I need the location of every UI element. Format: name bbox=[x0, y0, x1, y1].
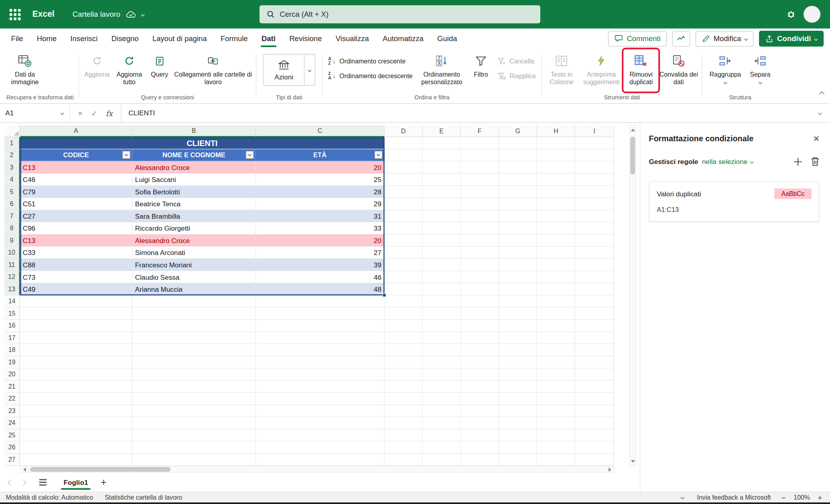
cell-I16[interactable] bbox=[575, 320, 614, 332]
cell-F8[interactable] bbox=[461, 222, 499, 235]
cell-B23[interactable] bbox=[133, 405, 256, 417]
cell-E8[interactable] bbox=[423, 222, 461, 235]
chart-sparkline-button[interactable] bbox=[672, 31, 690, 46]
cell-F23[interactable] bbox=[461, 405, 499, 417]
cell-I6[interactable] bbox=[575, 198, 614, 210]
cell-F26[interactable] bbox=[461, 442, 499, 454]
cell-E7[interactable] bbox=[423, 210, 461, 223]
cell-D22[interactable] bbox=[384, 393, 423, 405]
cell-E11[interactable] bbox=[423, 259, 461, 271]
column-header-D[interactable]: D bbox=[384, 125, 423, 137]
cell-E12[interactable] bbox=[423, 271, 461, 283]
cell-C21[interactable] bbox=[256, 381, 384, 393]
cell-D21[interactable] bbox=[384, 381, 423, 393]
cell-C23[interactable] bbox=[256, 405, 384, 417]
row-header-15[interactable]: 15 bbox=[4, 308, 20, 320]
cell-B17[interactable] bbox=[133, 332, 256, 344]
filter-button-ribbon[interactable]: Filtro bbox=[467, 50, 494, 91]
row-header-8[interactable]: 8 bbox=[4, 222, 20, 235]
cell-E4[interactable] bbox=[423, 174, 461, 186]
cell-E18[interactable] bbox=[423, 344, 461, 356]
cell-F20[interactable] bbox=[461, 368, 499, 381]
cell-H22[interactable] bbox=[537, 393, 575, 405]
cell-D19[interactable] bbox=[384, 356, 423, 369]
cell-E25[interactable] bbox=[423, 429, 461, 442]
cell-B26[interactable] bbox=[133, 442, 256, 454]
cell-G19[interactable] bbox=[499, 356, 537, 369]
cell-G1[interactable] bbox=[499, 137, 537, 150]
cell-H1[interactable] bbox=[537, 137, 575, 150]
cell-C16[interactable] bbox=[256, 320, 384, 332]
queries-button[interactable]: Query bbox=[146, 50, 172, 91]
cell-G2[interactable] bbox=[499, 149, 537, 162]
cell-D16[interactable] bbox=[384, 320, 423, 332]
cell-F15[interactable] bbox=[461, 308, 499, 320]
cell-C6[interactable]: 29 bbox=[256, 198, 384, 210]
cell-D7[interactable] bbox=[384, 210, 423, 223]
duplicate-values-rule-card[interactable]: Valori duplicati AaBbCc A1:C13 bbox=[649, 181, 819, 222]
filter-dropdown-button-A[interactable] bbox=[122, 151, 130, 159]
filter-dropdown-button-C[interactable] bbox=[374, 151, 382, 159]
formula-content[interactable]: CLIENTI bbox=[121, 109, 819, 117]
row-header-14[interactable]: 14 bbox=[4, 295, 20, 308]
row-header-12[interactable]: 12 bbox=[4, 271, 20, 283]
cell-G11[interactable] bbox=[499, 259, 537, 271]
tab-file[interactable]: File bbox=[4, 29, 30, 49]
cell-E5[interactable] bbox=[423, 186, 461, 198]
cell-I8[interactable] bbox=[575, 222, 614, 235]
row-header-18[interactable]: 18 bbox=[4, 344, 20, 356]
cell-F4[interactable] bbox=[461, 174, 499, 186]
column-header-A[interactable]: A bbox=[20, 125, 132, 137]
cell-A9[interactable]: C13 bbox=[20, 235, 132, 247]
cell-E13[interactable] bbox=[423, 283, 461, 296]
column-header-F[interactable]: F bbox=[461, 125, 499, 137]
cell-A24[interactable] bbox=[20, 417, 132, 429]
cell-E10[interactable] bbox=[423, 247, 461, 259]
cell-D12[interactable] bbox=[384, 271, 423, 283]
cell-F5[interactable] bbox=[461, 186, 499, 198]
cell-C7[interactable]: 31 bbox=[256, 210, 384, 223]
tab-disegno[interactable]: Disegno bbox=[105, 29, 146, 49]
tab-layout-di-pagina[interactable]: Layout di pagina bbox=[145, 29, 214, 49]
row-header-6[interactable]: 6 bbox=[4, 198, 20, 210]
cell-E27[interactable] bbox=[423, 454, 461, 466]
cell-B2-header[interactable]: NOME E COGNOME bbox=[133, 149, 256, 162]
cell-I2[interactable] bbox=[575, 149, 614, 162]
cell-B20[interactable] bbox=[133, 368, 256, 381]
cell-G22[interactable] bbox=[499, 393, 537, 405]
tab-inserisci[interactable]: Inserisci bbox=[63, 29, 105, 49]
cell-B21[interactable] bbox=[133, 381, 256, 393]
cell-E20[interactable] bbox=[423, 368, 461, 381]
cell-H10[interactable] bbox=[537, 247, 575, 259]
cell-A7[interactable]: C27 bbox=[20, 210, 132, 223]
cell-D2[interactable] bbox=[384, 149, 423, 162]
cell-I27[interactable] bbox=[575, 454, 614, 466]
cell-A16[interactable] bbox=[20, 320, 132, 332]
cell-G6[interactable] bbox=[499, 198, 537, 210]
cell-D13[interactable] bbox=[384, 283, 423, 296]
cell-A27[interactable] bbox=[20, 454, 132, 466]
data-validation-button[interactable]: Convalida dei dati bbox=[658, 50, 699, 91]
row-header-22[interactable]: 22 bbox=[4, 393, 20, 405]
zoom-in-button[interactable]: + bbox=[813, 493, 827, 502]
cell-D14[interactable] bbox=[384, 295, 423, 308]
cell-D17[interactable] bbox=[384, 332, 423, 344]
cell-H8[interactable] bbox=[537, 222, 575, 235]
column-header-H[interactable]: H bbox=[537, 125, 575, 137]
cell-C27[interactable] bbox=[256, 454, 384, 466]
share-button[interactable]: Condividi bbox=[759, 31, 824, 47]
cell-D3[interactable] bbox=[384, 162, 423, 174]
cell-C20[interactable] bbox=[256, 368, 384, 381]
cell-C2-header[interactable]: ETÀ bbox=[256, 149, 384, 162]
cell-A11[interactable]: C88 bbox=[20, 259, 132, 271]
sheet-list-icon[interactable] bbox=[39, 479, 47, 486]
cell-D26[interactable] bbox=[384, 442, 423, 454]
cell-D6[interactable] bbox=[384, 198, 423, 210]
row-header-25[interactable]: 25 bbox=[4, 429, 20, 442]
custom-sort-button[interactable]: Z A Ordinamento personalizzato bbox=[416, 50, 467, 91]
zoom-level[interactable]: 100% bbox=[790, 494, 813, 501]
cell-I5[interactable] bbox=[575, 186, 614, 198]
cell-H26[interactable] bbox=[537, 442, 575, 454]
cell-A6[interactable]: C51 bbox=[20, 198, 132, 210]
cell-E23[interactable] bbox=[423, 405, 461, 417]
